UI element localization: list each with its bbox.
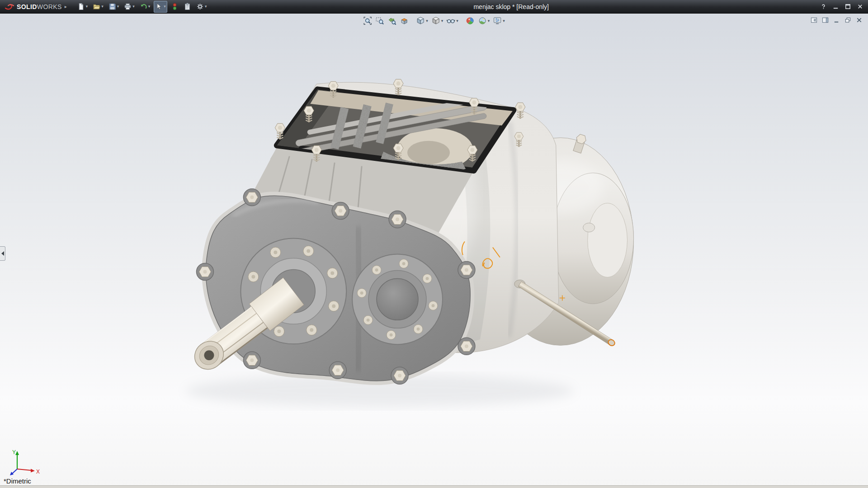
previous-view-icon: [387, 16, 396, 25]
rebuild-icon: [171, 3, 179, 10]
select-icon: [155, 3, 163, 10]
dropdown-caret-icon[interactable]: ▾: [441, 19, 443, 23]
previous-view-button[interactable]: [387, 16, 397, 26]
close-icon: [857, 3, 863, 10]
solidworks-logo[interactable]: SOLIDWORKS: [3, 3, 64, 10]
file-properties-icon: [184, 3, 191, 10]
select-button[interactable]: ▾: [154, 1, 167, 13]
options-icon: [196, 3, 204, 10]
menu-expand-arrow-icon[interactable]: ▸: [65, 4, 67, 9]
file-properties-button[interactable]: [182, 1, 193, 13]
maximize-icon: [844, 3, 851, 10]
view-orientation-label: *Dimetric: [4, 477, 31, 485]
graphics-area[interactable]: ▾▾▾▾▾ Y X *Dimetric: [0, 14, 868, 488]
close-document-button[interactable]: [854, 16, 863, 24]
undo-button[interactable]: ▾: [138, 1, 152, 13]
y-axis-arrow: [15, 451, 19, 455]
view-settings-button[interactable]: ▾: [492, 16, 506, 26]
gearbox-assembly[interactable]: [189, 79, 634, 384]
dropdown-caret-icon[interactable]: ▾: [117, 5, 119, 9]
display-style-icon: [431, 16, 440, 25]
close-button[interactable]: [854, 2, 865, 11]
view-settings-icon: [493, 16, 502, 25]
window-controls: [818, 2, 865, 11]
window-title: menjac sklop * [Read-only]: [208, 3, 814, 10]
orientation-triad: Y X: [6, 448, 44, 478]
edit-appearance-button[interactable]: [465, 16, 476, 26]
quick-access-toolbar: ▾▾▾▾▾▾▾: [76, 1, 208, 13]
options-button[interactable]: ▾: [195, 1, 208, 13]
dropdown-caret-icon[interactable]: ▾: [205, 5, 207, 9]
dropdown-caret-icon[interactable]: ▾: [101, 5, 104, 9]
document-window-controls: [809, 16, 863, 24]
hide-show-items-icon: [446, 16, 455, 25]
ds-logo-icon: [5, 3, 14, 10]
open-icon: [93, 3, 100, 10]
dropdown-caret-icon[interactable]: ▾: [164, 5, 166, 9]
zoom-to-fit-button[interactable]: [362, 16, 373, 26]
display-pane-toggle-icon: [811, 17, 817, 23]
model-canvas[interactable]: [0, 14, 868, 488]
shaft-center-hole: [204, 350, 214, 360]
help-icon: [820, 3, 827, 10]
dropdown-caret-icon[interactable]: ▾: [426, 19, 428, 23]
dropdown-caret-icon[interactable]: ▾: [132, 5, 135, 9]
help-button[interactable]: [818, 2, 829, 11]
dropdown-caret-icon[interactable]: ▾: [148, 5, 151, 9]
section-view-icon: [400, 16, 409, 25]
rebuild-button[interactable]: [170, 1, 180, 13]
y-axis-label: Y: [12, 449, 16, 455]
maximize-button[interactable]: [842, 2, 853, 11]
featuremanager-collapsed-tab[interactable]: [0, 246, 5, 261]
print-icon: [124, 3, 132, 10]
print-button[interactable]: ▾: [123, 1, 136, 13]
view-orientation-icon: [416, 16, 425, 25]
x-axis-arrow: [31, 469, 35, 473]
collapse-arrow-icon: [1, 251, 4, 256]
dropdown-caret-icon[interactable]: ▾: [456, 19, 458, 23]
restore-document-icon: [844, 17, 851, 23]
new-document-icon: [77, 3, 85, 10]
new-document-button[interactable]: ▾: [76, 1, 90, 13]
save-icon: [108, 3, 116, 10]
restore-document-button[interactable]: [843, 16, 852, 24]
minimize-icon: [832, 3, 839, 10]
minimize-button[interactable]: [830, 2, 841, 11]
save-button[interactable]: ▾: [107, 1, 121, 13]
boss-nub: [583, 223, 595, 232]
section-view-button[interactable]: [399, 16, 410, 26]
open-button[interactable]: ▾: [91, 1, 105, 13]
display-pane-toggle-button[interactable]: [809, 16, 818, 24]
view-orientation-button[interactable]: ▾: [415, 16, 429, 26]
status-bar-edge: [0, 485, 868, 488]
task-pane-toggle-icon: [822, 17, 829, 23]
secondary-shaft-boss[interactable]: [352, 254, 443, 344]
minimize-document-button[interactable]: [832, 16, 841, 24]
hide-show-items-button[interactable]: ▾: [445, 16, 459, 26]
app-name: SOLIDWORKS: [17, 3, 62, 10]
undo-icon: [140, 3, 147, 10]
zoom-to-fit-icon: [363, 16, 372, 25]
edit-appearance-icon: [466, 16, 475, 25]
apply-scene-button[interactable]: ▾: [477, 16, 491, 26]
close-document-icon: [856, 17, 863, 23]
titlebar: SOLIDWORKS ▸ ▾▾▾▾▾▾▾ menjac sklop * [Rea…: [0, 0, 868, 14]
dropdown-caret-icon[interactable]: ▾: [488, 19, 490, 23]
zoom-to-area-button[interactable]: [374, 16, 385, 26]
dropdown-caret-icon[interactable]: ▾: [86, 5, 88, 9]
task-pane-toggle-button[interactable]: [821, 16, 830, 24]
heads-up-view-toolbar: ▾▾▾▾▾: [362, 16, 506, 26]
dropdown-caret-icon[interactable]: ▾: [503, 19, 505, 23]
display-style-button[interactable]: ▾: [430, 16, 444, 26]
apply-scene-icon: [478, 16, 487, 25]
minimize-document-icon: [833, 17, 840, 23]
x-axis-label: X: [36, 469, 40, 475]
zoom-to-area-icon: [375, 16, 384, 25]
